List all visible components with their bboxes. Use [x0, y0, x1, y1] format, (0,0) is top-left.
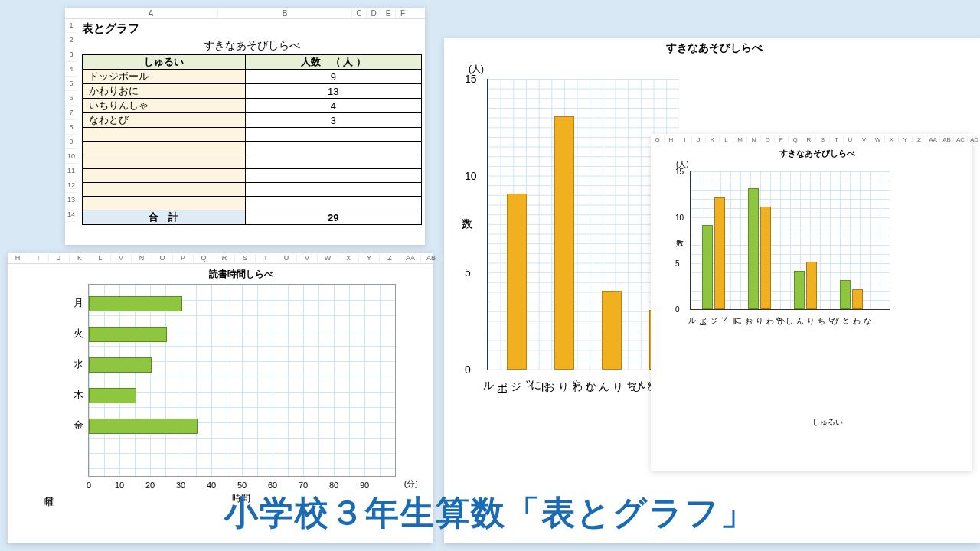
table-row: ドッジボール9 — [83, 70, 422, 84]
multi-series-spreadsheet: GHIJKLMNOPQRSTUVWXYZAAABACADAEAF すきなあそびし… — [651, 134, 972, 471]
page-title: 小学校３年生算数「表とグラフ」 — [0, 491, 980, 536]
data-table: しゅるい人数 （ 人 ） ドッジボール9 かわりおに13 いちりんしゃ4 なわと… — [82, 54, 422, 225]
table-row — [83, 128, 422, 142]
chart-title: 読書時間しらべ — [80, 268, 402, 281]
total-row: 合 計29 — [83, 210, 422, 225]
table-row — [83, 142, 422, 155]
sheet-title: 表とグラフ — [82, 20, 422, 37]
col-headers: HIJKLMNOPQRSTUVWXYZAAABACAD — [8, 253, 433, 264]
chart-title: すきなあそびしらべ — [670, 148, 965, 159]
x-unit: (分) — [404, 478, 418, 490]
table-row — [83, 197, 422, 210]
multi-series-chart: すきなあそびしらべ (人) 人数 051015ドッジボールかわりおにいちりんしゃ… — [670, 148, 965, 428]
col-headers: ABCDEF — [65, 8, 425, 19]
table-row: なわとび3 — [83, 113, 422, 128]
table-row: かわりおに13 — [83, 84, 422, 99]
plot-area: (分) 月火水木金0102030405060708090 — [88, 284, 396, 477]
col-header-count: 人数 （ 人 ） — [245, 55, 421, 70]
x-axis-title: しゅるい — [690, 417, 965, 428]
col-header-type: しゅるい — [83, 55, 246, 70]
table-row — [83, 155, 422, 169]
table-spreadsheet: ABCDEF 1234567891011121314 表とグラフ すきなあそびし… — [65, 8, 425, 245]
plot-area: 人数 051015ドッジボールかわりおにいちりんしゃなわとび — [690, 171, 890, 310]
row-headers: 1234567891011121314 — [65, 18, 77, 222]
table-row — [83, 183, 422, 197]
reading-time-chart: 読書時間しらべ (分) 月火水木金0102030405060708090 時間 — [80, 268, 402, 505]
y-unit: (人) — [469, 63, 972, 76]
table-row — [83, 169, 422, 183]
table-title: すきなあそびしらべ — [82, 37, 422, 54]
col-headers: GHIJKLMNOPQRSTUVWXYZAAABACADAEAF — [651, 134, 972, 145]
y-unit: (人) — [676, 159, 965, 170]
table-row: いちりんしゃ4 — [83, 99, 422, 113]
chart-title: すきなあそびしらべ — [456, 41, 972, 55]
